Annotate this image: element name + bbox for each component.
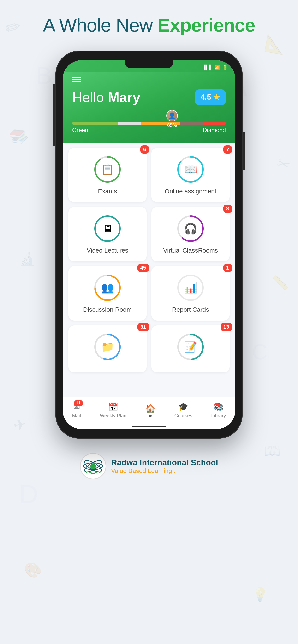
row4-left-icon-ring: 📁	[93, 332, 122, 361]
svg-text:🎨: 🎨	[24, 562, 42, 578]
badge-discussion-room: 45	[137, 264, 149, 272]
report-cards-icon: 📊	[184, 282, 197, 294]
discussion-room-label: Discussion Room	[83, 306, 132, 314]
school-section: Radwa International School Value Based L…	[80, 453, 218, 480]
card-online-assignment[interactable]: 7 📖 Online assignment	[152, 148, 230, 202]
nav-label-weekly-plan: Weekly Plan	[100, 413, 126, 418]
avatar-bubble: 65%	[166, 110, 178, 128]
exams-icon-ring: 📋	[93, 155, 122, 184]
courses-icon: 🎓	[178, 402, 188, 412]
star-icon: ★	[213, 93, 220, 102]
level-end: Diamond	[203, 127, 226, 134]
online-assignment-label: Online assignment	[165, 188, 216, 195]
svg-point-28	[90, 463, 96, 469]
greeting-hello: Hello	[72, 89, 108, 105]
battery-icon: 🔋	[222, 64, 228, 70]
virtual-classrooms-icon: 🎧	[184, 222, 197, 235]
card-row4-right[interactable]: 13 📝	[152, 325, 230, 372]
notch	[125, 60, 173, 68]
school-name: Radwa International School	[111, 458, 218, 467]
title-bold: Experience	[158, 14, 255, 36]
badge-row4-left: 31	[137, 323, 149, 331]
greeting-row: Hello Mary 4.5 ★	[72, 89, 226, 105]
online-assignment-icon-ring: 📖	[176, 155, 205, 184]
discussion-room-icon: 👥	[101, 282, 114, 294]
signal-icon: ▐▌▌	[202, 65, 212, 70]
card-row4-left[interactable]: 31 📁	[68, 325, 146, 372]
virtual-classrooms-label: Virtual ClassRooms	[163, 247, 218, 254]
progress-percent: 65%	[167, 122, 177, 128]
progress-container: 65% Green Diamond	[72, 112, 226, 134]
report-cards-icon-ring: 📊	[176, 273, 205, 302]
nav-courses[interactable]: 🎓 Courses	[175, 402, 192, 418]
avatar	[166, 110, 178, 122]
nav-home-dot	[149, 415, 152, 417]
title-normal: A Whole New	[43, 14, 158, 36]
hamburger-menu[interactable]	[72, 77, 226, 82]
nav-label-mail: Mail	[72, 413, 81, 418]
badge-online-assignment: 7	[223, 146, 232, 154]
nav-badge-mail: 11	[74, 400, 83, 406]
bottom-nav: ✉ 11 Mail 📅 Weekly Plan 🏠 🎓 Courses	[63, 397, 235, 423]
school-logo-row: Radwa International School Value Based L…	[80, 453, 218, 480]
school-tagline: Value Based Learning..	[111, 467, 218, 474]
status-icons: ▐▌▌ 📶 🔋	[202, 64, 228, 70]
weekly-plan-icon: 📅	[108, 402, 118, 412]
video-lectures-label: Video Lectures	[87, 247, 128, 254]
home-icon: 🏠	[145, 404, 156, 413]
report-cards-label: Report Cards	[172, 306, 209, 314]
library-icon: 📚	[214, 402, 224, 412]
exams-icon: 📋	[101, 163, 114, 176]
card-video-lectures[interactable]: 🖥 Video Lectures	[68, 207, 146, 262]
home-bar	[132, 426, 166, 427]
rating-value: 4.5	[201, 93, 211, 102]
greeting-text: Hello Mary	[72, 89, 140, 105]
nav-label-library: Library	[211, 413, 226, 418]
row4-right-icon-ring: 📝	[176, 332, 205, 361]
badge-exams: 6	[140, 146, 149, 154]
card-exams[interactable]: 6 📋 Exams	[68, 148, 146, 202]
school-logo	[80, 453, 106, 480]
school-info: Radwa International School Value Based L…	[111, 458, 218, 474]
nav-label-courses: Courses	[175, 413, 192, 418]
nav-home[interactable]: 🏠	[145, 404, 156, 417]
phone-frame: ▐▌▌ 📶 🔋 Hello Mary 4.5 ★	[55, 50, 243, 439]
nav-weekly-plan[interactable]: 📅 Weekly Plan	[100, 402, 126, 418]
badge-report-cards: 1	[223, 264, 232, 272]
card-virtual-classrooms[interactable]: 8 🎧 Virtual ClassRooms	[152, 207, 230, 262]
nav-library[interactable]: 📚 Library	[211, 402, 226, 418]
card-discussion-room[interactable]: 45 👥 Discussion Room	[68, 266, 146, 320]
exams-label: Exams	[98, 188, 117, 195]
phone-screen: ▐▌▌ 📶 🔋 Hello Mary 4.5 ★	[63, 60, 235, 429]
card-report-cards[interactable]: 1 📊 Report Cards	[152, 266, 230, 320]
row4-right-icon: 📝	[184, 341, 197, 353]
nav-mail[interactable]: ✉ 11 Mail	[72, 402, 81, 418]
progress-labels: Green Diamond	[72, 127, 226, 134]
badge-virtual-classrooms: 8	[223, 204, 232, 213]
badge-row4-right: 13	[221, 323, 232, 331]
page-title: A Whole New Experience	[43, 14, 255, 36]
video-lectures-icon-ring: 🖥	[93, 214, 122, 243]
video-lectures-icon: 🖥	[102, 222, 113, 234]
home-indicator	[63, 423, 235, 429]
cards-grid: 6 📋 Exams 7	[68, 148, 230, 372]
wifi-icon: 📶	[214, 64, 220, 70]
online-assignment-icon: 📖	[184, 163, 197, 176]
row4-left-icon: 📁	[101, 341, 114, 353]
user-name: Mary	[108, 89, 140, 105]
discussion-room-icon-ring: 👥	[93, 273, 122, 302]
grid-area: 6 📋 Exams 7	[63, 143, 235, 397]
svg-text:D: D	[19, 479, 38, 509]
level-start: Green	[72, 127, 88, 134]
svg-text:💡: 💡	[252, 587, 268, 602]
progress-bar	[72, 122, 226, 125]
header-section: Hello Mary 4.5 ★ 65% Green	[63, 72, 235, 143]
virtual-classrooms-icon-ring: 🎧	[176, 214, 205, 243]
rating-badge: 4.5 ★	[195, 89, 226, 105]
